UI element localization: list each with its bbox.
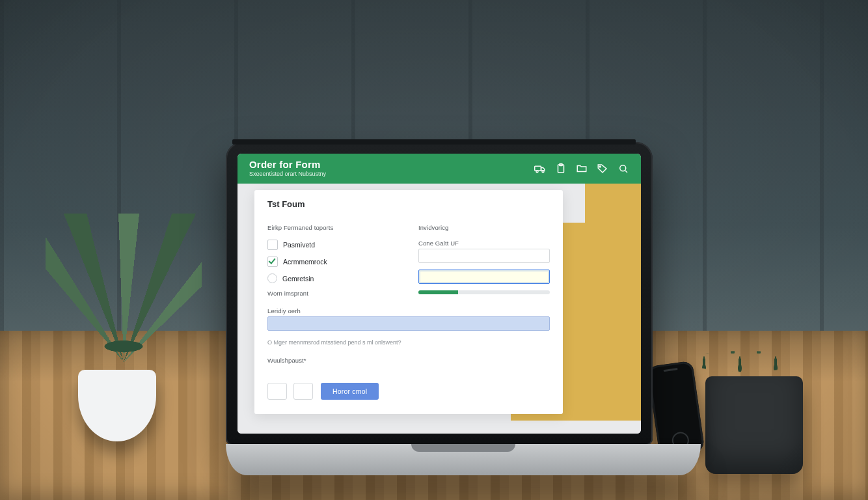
right-field-1: Cone Galtt UF	[418, 240, 550, 263]
slider-input[interactable]	[267, 316, 550, 331]
scene-photo: Order for Form Sxeeentisted orart Nubsus…	[0, 0, 868, 500]
right-field-active	[418, 270, 550, 284]
required-note: Wuulshpaust*	[267, 357, 550, 372]
laptop-lid: Order for Form Sxeeentisted orart Nubsus…	[226, 142, 653, 445]
search-icon[interactable]	[617, 163, 629, 174]
header-icons	[534, 163, 629, 174]
checkbox-2-label: Acrmmemrock	[283, 258, 327, 266]
hint-text: O Mger mennmsrod mtsstiend pend s ml onl…	[267, 339, 550, 354]
button-row: Horor cmol	[267, 378, 550, 404]
ghost-button-1[interactable]	[267, 383, 287, 400]
laptop-screen: Order for Form Sxeeentisted orart Nubsus…	[237, 154, 641, 434]
checkbox-1-label: Pasmivetd	[283, 241, 315, 249]
checkbox-row-2[interactable]: Acrmmemrock	[267, 257, 399, 267]
slider-row: Leridiy oerh	[267, 307, 550, 339]
right-group-label: Invidvoricg	[418, 224, 550, 231]
checkbox-2[interactable]	[267, 257, 278, 267]
primary-button[interactable]: Horor cmol	[321, 383, 379, 400]
progress-fill	[418, 290, 458, 294]
form-left-column: Eirkp Fermaned toports Pasmivetd Acrmmem…	[267, 224, 399, 307]
app-title: Order for Form	[249, 160, 326, 171]
radio-1-label: Gemretsin	[282, 275, 314, 283]
header-left: Order for Form Sxeeentisted orart Nubsus…	[249, 160, 326, 177]
left-group-label: Eirkp Fermaned toports	[267, 224, 399, 231]
clipboard-icon[interactable]	[555, 163, 567, 174]
form-section-title: Tst Foum	[267, 199, 550, 217]
right-input-1[interactable]	[418, 249, 550, 263]
svg-point-1	[536, 171, 538, 173]
left-spacer-label: Worn imsprant	[267, 290, 399, 297]
svg-point-5	[599, 166, 601, 167]
form-right-column: Invidvoricg Cone Galtt UF	[418, 224, 550, 307]
checkbox-row-1[interactable]: Pasmivetd	[267, 240, 399, 250]
group-label-left: Eirkp Fermaned toports	[267, 224, 399, 233]
right-input-active[interactable]	[418, 270, 550, 284]
laptop-hinge	[232, 139, 636, 145]
app-header: Order for Form Sxeeentisted orart Nubsus…	[237, 154, 641, 184]
app-subtitle: Sxeeentisted orart Nubsustny	[249, 171, 326, 178]
radio-row-1[interactable]: Gemretsin	[267, 273, 399, 283]
group-label-right: Invidvoricg	[418, 224, 550, 233]
svg-point-2	[542, 171, 544, 173]
pot-dark	[705, 376, 803, 474]
slider-label: Leridiy oerh	[267, 307, 550, 314]
checkbox-1[interactable]	[267, 240, 278, 250]
svg-rect-0	[535, 166, 541, 171]
app-body: Tst Foum Eirkp Fermaned toports Pasmivet…	[237, 184, 641, 434]
laptop-base	[226, 444, 701, 475]
form-card: Tst Foum Eirkp Fermaned toports Pasmivet…	[254, 190, 563, 414]
right-field-1-label: Cone Galtt UF	[418, 240, 550, 247]
progress-bar	[418, 290, 550, 294]
ghost-button-2[interactable]	[293, 383, 313, 400]
app-window: Order for Form Sxeeentisted orart Nubsus…	[237, 154, 641, 434]
radio-1[interactable]	[267, 273, 277, 283]
tag-icon[interactable]	[597, 163, 608, 174]
laptop: Order for Form Sxeeentisted orart Nubsus…	[226, 142, 642, 475]
truck-icon[interactable]	[534, 163, 546, 174]
folder-icon[interactable]	[576, 163, 588, 174]
right-progress	[418, 290, 550, 294]
svg-point-6	[620, 165, 626, 171]
